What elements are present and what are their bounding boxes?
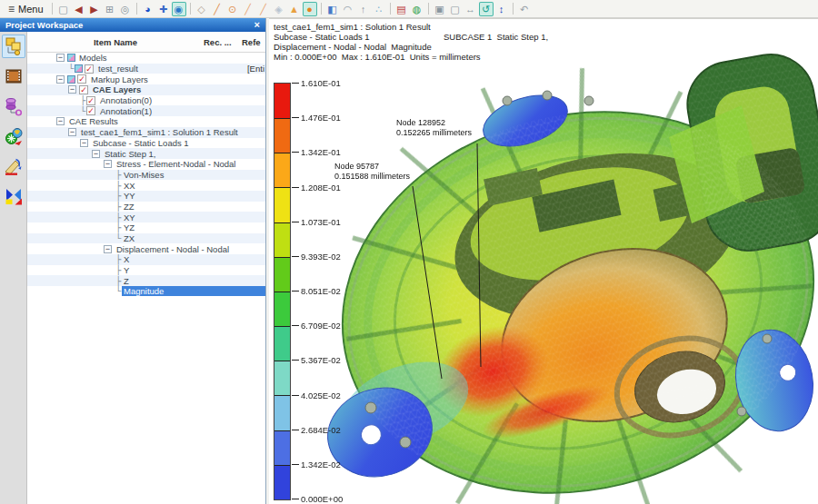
section-view-icon[interactable]: ◧: [325, 2, 340, 16]
update-display-icon[interactable]: ↺: [479, 2, 494, 16]
measure-icon[interactable]: [2, 154, 25, 178]
tree-item[interactable]: ├Y: [27, 265, 265, 276]
window-select-icon[interactable]: ▢: [56, 2, 71, 16]
tree-item-label[interactable]: Magnitude: [122, 286, 265, 296]
tree-item[interactable]: −Models: [27, 53, 265, 64]
expand-collapse-icon[interactable]: −: [68, 85, 76, 94]
tree-item-label[interactable]: YZ: [122, 222, 136, 232]
tree-item[interactable]: −Subcase - Static Loads 1: [27, 138, 265, 149]
profile-line-icon[interactable]: ╱: [241, 2, 255, 16]
model-tree-icon[interactable]: [2, 94, 25, 118]
menu-button[interactable]: ≡ Menu: [4, 3, 48, 15]
tree-item[interactable]: ├Z: [27, 275, 265, 286]
visibility-checkbox[interactable]: ✓: [79, 85, 88, 94]
tree-item[interactable]: ├YY: [27, 191, 265, 202]
node-annotation[interactable]: Node 128952 0.152265 millimeters: [396, 118, 472, 137]
tree-item[interactable]: −Displacement - Nodal - Nodal: [27, 243, 265, 254]
tree-item-label[interactable]: Displacement - Nodal - Nodal: [115, 244, 231, 254]
globe-icon[interactable]: ◍: [410, 2, 424, 16]
expand-collapse-icon[interactable]: −: [92, 150, 100, 158]
tree-item-label[interactable]: YY: [122, 191, 137, 201]
tree-item-label[interactable]: test_cae1_fem1_sim1 : Solution 1 Result: [79, 127, 240, 137]
close-icon[interactable]: ×: [254, 20, 260, 30]
column-ref[interactable]: Refe: [242, 37, 265, 47]
tree-item-label[interactable]: Subcase - Static Loads 1: [91, 138, 191, 148]
pie-view-icon[interactable]: ◕: [141, 2, 155, 16]
expand-collapse-icon[interactable]: −: [56, 117, 65, 125]
arrow-up-icon[interactable]: ↑: [356, 2, 371, 16]
tree-item-label[interactable]: Von-Mises: [122, 170, 165, 180]
expand-collapse-icon[interactable]: −: [104, 160, 112, 168]
undo-icon[interactable]: ↶: [517, 2, 532, 16]
expand-collapse-icon[interactable]: −: [68, 128, 76, 136]
tree-item[interactable]: −✓CAE Layers: [27, 84, 265, 95]
tree-item[interactable]: └Magnitude: [27, 286, 265, 297]
visibility-checkbox[interactable]: ✓: [85, 64, 94, 74]
tree-item-label[interactable]: Models: [77, 53, 109, 63]
expand-collapse-icon[interactable]: −: [104, 245, 112, 253]
tree-item[interactable]: ├Von-Mises: [27, 170, 265, 181]
step-back-icon[interactable]: ◀: [72, 2, 86, 16]
sphere-icon[interactable]: ●: [303, 2, 317, 16]
find-icon[interactable]: ◎: [118, 2, 133, 16]
sketch-icon[interactable]: ◇: [195, 2, 209, 16]
tree-item-label[interactable]: CAE Layers: [91, 84, 143, 94]
tree-item-label[interactable]: ZX: [122, 233, 136, 243]
tree-item[interactable]: ├X: [27, 254, 265, 265]
polyline-icon[interactable]: ╱: [256, 2, 271, 16]
step-forward-icon[interactable]: ▶: [87, 2, 102, 16]
tree-item-label[interactable]: CAE Results: [67, 116, 120, 126]
scale-y-icon[interactable]: ↕: [494, 2, 509, 16]
visibility-checkbox[interactable]: ✓: [86, 96, 95, 105]
tree-item[interactable]: ├✓Annotation(0): [27, 95, 265, 106]
tree-item-label[interactable]: Y: [122, 265, 131, 275]
expand-collapse-icon[interactable]: −: [80, 139, 88, 147]
zoom-window-icon[interactable]: ⊞: [103, 2, 117, 16]
tree-item-label[interactable]: Markup Layers: [89, 74, 150, 84]
frame-icon[interactable]: ▣: [433, 2, 447, 16]
tree-item[interactable]: ├XY: [27, 212, 265, 222]
surface-icon[interactable]: ◈: [272, 2, 286, 16]
results-icon[interactable]: ▤: [394, 2, 409, 16]
expand-collapse-icon[interactable]: −: [56, 54, 65, 62]
tree-item-label[interactable]: ZZ: [122, 202, 136, 212]
tree-item-label[interactable]: Z: [122, 276, 131, 286]
expand-collapse-icon[interactable]: −: [56, 75, 65, 84]
tree-item-label[interactable]: Annotation(1): [98, 106, 154, 116]
shaded-view-icon[interactable]: ◉: [172, 2, 186, 16]
tree-item[interactable]: −Static Step 1,: [27, 148, 265, 159]
graphics-viewport[interactable]: test_cae1_fem1_sim1 : Solution 1 Result …: [269, 18, 818, 504]
tree-item[interactable]: └✓test_result[Enti: [27, 64, 265, 74]
tree-item-label[interactable]: test_result: [96, 64, 140, 74]
animation-icon[interactable]: [2, 64, 25, 88]
visibility-checkbox[interactable]: ✓: [77, 74, 86, 84]
tree-item[interactable]: ├XX: [27, 180, 265, 191]
tree-item[interactable]: └✓Annotation(1): [27, 105, 265, 116]
tree-item[interactable]: └ZX: [27, 233, 265, 244]
tree-item-label[interactable]: XY: [122, 212, 137, 222]
tree-item[interactable]: −CAE Results: [27, 116, 265, 127]
tree-item[interactable]: ├YZ: [27, 222, 265, 233]
column-item-name[interactable]: Item Name: [27, 37, 204, 47]
workspace-manager-icon[interactable]: [2, 35, 25, 58]
circle-icon[interactable]: ⊙: [225, 2, 240, 16]
tree-item-label[interactable]: Static Step 1,: [103, 149, 158, 159]
tree-item[interactable]: −test_cae1_fem1_sim1 : Solution 1 Result: [27, 127, 265, 138]
column-rec[interactable]: Rec. ...: [204, 37, 242, 47]
navigation-compass-icon[interactable]: ✚: [156, 2, 171, 16]
snap-points-icon[interactable]: ∴: [372, 2, 386, 16]
tree-item[interactable]: −Stress - Element-Nodal - Nodal: [27, 159, 265, 170]
line-icon[interactable]: ╱: [210, 2, 224, 16]
tree-item-label[interactable]: X: [122, 254, 131, 264]
post-view-icon[interactable]: [2, 124, 25, 148]
tree-item[interactable]: −✓Markup Layers: [27, 74, 265, 84]
fit-width-icon[interactable]: ↔: [464, 2, 478, 16]
curve-icon[interactable]: ◠: [341, 2, 355, 16]
tree-item-label[interactable]: Stress - Element-Nodal - Nodal: [115, 159, 237, 169]
tree-item-label[interactable]: XX: [122, 181, 137, 191]
tree-item-label[interactable]: Annotation(0): [98, 95, 154, 105]
fit-view-icon[interactable]: ▢: [448, 2, 463, 16]
symmetry-icon[interactable]: [2, 184, 25, 208]
cone-icon[interactable]: ▲: [287, 2, 302, 16]
visibility-checkbox[interactable]: ✓: [86, 106, 95, 115]
